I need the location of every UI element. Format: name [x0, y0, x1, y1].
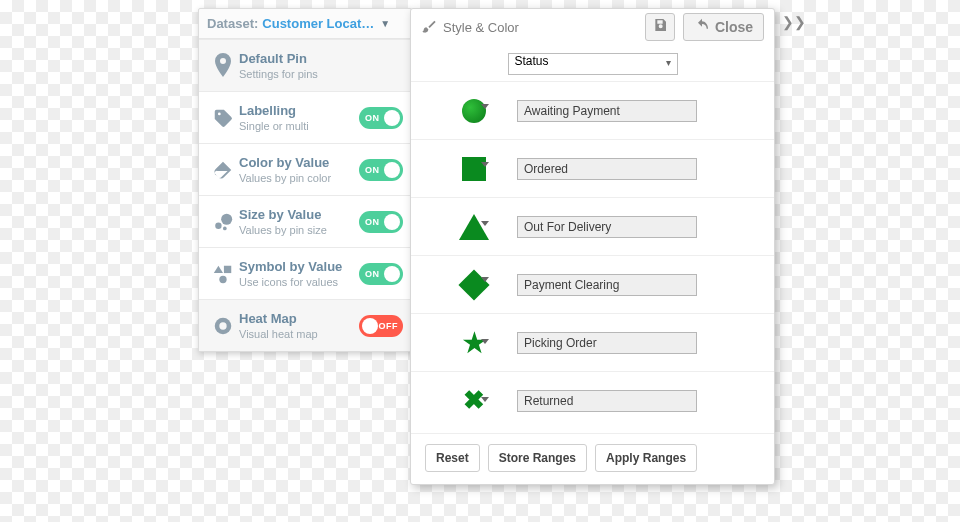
panel-footer: Reset Store Ranges Apply Ranges: [411, 433, 774, 472]
svg-point-0: [221, 213, 232, 224]
dataset-label: Dataset:: [207, 16, 258, 31]
store-ranges-button[interactable]: Store Ranges: [488, 444, 587, 472]
toggle-knob: [384, 266, 400, 282]
toggle-size-by-value[interactable]: ON: [359, 211, 403, 233]
chevron-down-icon: [481, 104, 489, 109]
menu-title: Symbol by Value: [239, 259, 359, 274]
shape-picker[interactable]: [431, 274, 517, 296]
toggle-label: ON: [365, 165, 380, 175]
reset-button[interactable]: Reset: [425, 444, 480, 472]
menu-sub: Values by pin size: [239, 224, 359, 236]
toggle-knob: [384, 214, 400, 230]
value-input[interactable]: [517, 390, 697, 412]
close-button[interactable]: Close: [683, 13, 764, 41]
field-dropdown[interactable]: Status: [508, 53, 678, 75]
svg-point-1: [215, 222, 221, 228]
save-button[interactable]: [645, 13, 675, 41]
chevron-down-icon: [481, 339, 489, 344]
chevron-down-icon: [481, 277, 489, 282]
symbol-row: [411, 255, 774, 313]
diamond-icon: [458, 269, 489, 300]
toggle-label: ON: [365, 217, 380, 227]
shape-picker[interactable]: [431, 157, 517, 181]
paint-brush-icon: [421, 18, 437, 37]
shape-picker[interactable]: [431, 214, 517, 240]
symbol-row: [411, 81, 774, 139]
toggle-heat-map[interactable]: OFF: [359, 315, 403, 337]
toggle-color-by-value[interactable]: ON: [359, 159, 403, 181]
shape-picker[interactable]: ★: [431, 328, 517, 358]
panel-title: Style & Color: [443, 20, 519, 35]
dataset-selector[interactable]: Dataset: Customer Locati... ▼: [199, 9, 411, 39]
chevron-down-icon: [481, 162, 489, 167]
menu-title: Heat Map: [239, 311, 359, 326]
value-input[interactable]: [517, 100, 697, 122]
chevron-down-icon: [481, 221, 489, 226]
svg-point-2: [223, 226, 227, 230]
pin-icon: [207, 53, 239, 79]
symbol-row: ★: [411, 313, 774, 371]
menu-sub: Single or multi: [239, 120, 359, 132]
tag-icon: [207, 107, 239, 129]
menu-sub: Settings for pins: [239, 68, 403, 80]
shapes-icon: [207, 263, 239, 285]
value-input[interactable]: [517, 332, 697, 354]
toggle-knob: [384, 162, 400, 178]
svg-point-7: [219, 322, 226, 329]
save-icon: [652, 17, 668, 37]
toggle-label: ON: [365, 113, 380, 123]
toggle-knob: [384, 110, 400, 126]
circle-icon: [462, 99, 486, 123]
svg-point-5: [219, 275, 226, 282]
toggle-label: OFF: [379, 321, 399, 331]
chevron-down-icon: [481, 397, 489, 402]
svg-rect-4: [224, 265, 231, 272]
menu-item-symbol-by-value[interactable]: Symbol by Value Use icons for values ON: [199, 247, 411, 299]
shape-picker[interactable]: ✖: [431, 385, 517, 416]
style-color-panel: Style & Color Close Status: [410, 8, 775, 485]
toggle-knob: [362, 318, 378, 334]
menu-item-default-pin[interactable]: Default Pin Settings for pins: [199, 39, 411, 91]
heatmap-icon: [207, 315, 239, 337]
toggle-labelling[interactable]: ON: [359, 107, 403, 129]
symbol-row: ✖: [411, 371, 774, 429]
menu-sub: Use icons for values: [239, 276, 359, 288]
triangle-icon: [459, 214, 489, 240]
shape-picker[interactable]: [431, 99, 517, 123]
expand-panel-icon[interactable]: ❯❯: [782, 14, 806, 30]
paint-bucket-icon: [207, 159, 239, 181]
undo-icon: [694, 18, 710, 37]
menu-title: Size by Value: [239, 207, 359, 222]
menu-item-size-by-value[interactable]: Size by Value Values by pin size ON: [199, 195, 411, 247]
menu-title: Default Pin: [239, 51, 403, 66]
square-icon: [462, 157, 486, 181]
svg-marker-3: [214, 265, 223, 272]
toggle-label: ON: [365, 269, 380, 279]
menu-sub: Values by pin color: [239, 172, 359, 184]
bubble-size-icon: [207, 211, 239, 233]
menu-item-color-by-value[interactable]: Color by Value Values by pin color ON: [199, 143, 411, 195]
menu-item-labelling[interactable]: Labelling Single or multi ON: [199, 91, 411, 143]
toggle-symbol-by-value[interactable]: ON: [359, 263, 403, 285]
dataset-name: Customer Locati...: [262, 16, 374, 31]
menu-sub: Visual heat map: [239, 328, 359, 340]
menu-item-heat-map[interactable]: Heat Map Visual heat map OFF: [199, 299, 411, 351]
value-input[interactable]: [517, 216, 697, 238]
value-input[interactable]: [517, 274, 697, 296]
menu-title: Labelling: [239, 103, 359, 118]
apply-ranges-button[interactable]: Apply Ranges: [595, 444, 697, 472]
value-input[interactable]: [517, 158, 697, 180]
chevron-down-icon: ▼: [380, 18, 390, 29]
field-value: Status: [515, 54, 549, 68]
panel-header: Style & Color Close: [411, 9, 774, 45]
menu-title: Color by Value: [239, 155, 359, 170]
symbol-row: [411, 197, 774, 255]
close-label: Close: [715, 19, 753, 35]
dataset-style-menu: Dataset: Customer Locati... ▼ Default Pi…: [198, 8, 412, 352]
symbol-row: [411, 139, 774, 197]
